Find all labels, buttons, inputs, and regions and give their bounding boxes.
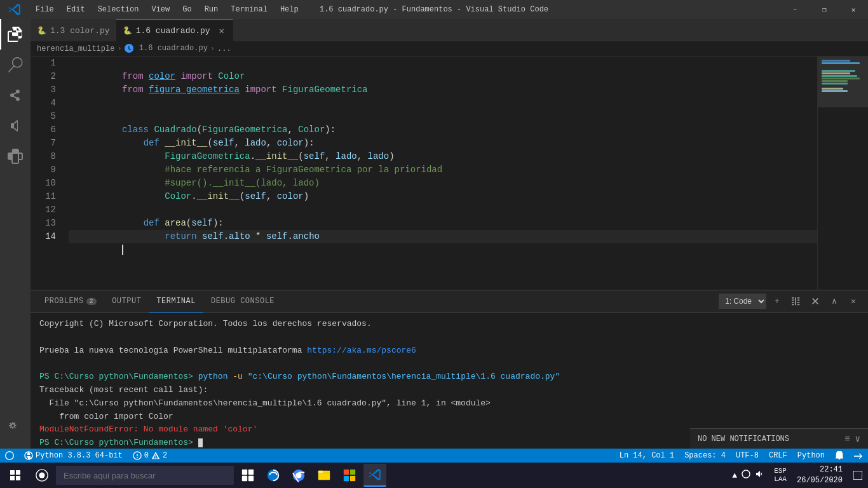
menu-terminal[interactable]: Terminal — [224, 0, 274, 19]
menu-go[interactable]: Go — [176, 0, 198, 19]
panel-close-button[interactable]: ✕ — [845, 293, 862, 309]
editor-area: 🐍 1.3 color.py 🐍 1.6 cuadrado.py ✕ heren… — [31, 19, 868, 449]
panel-tab-output[interactable]: OUTPUT — [104, 290, 149, 313]
network-icon[interactable] — [741, 469, 751, 482]
svg-rect-12 — [242, 470, 247, 475]
breadcrumb-sep-2: › — [210, 44, 215, 53]
menu-file[interactable]: File — [29, 0, 60, 19]
svg-rect-15 — [248, 476, 254, 481]
svg-point-3 — [137, 457, 138, 458]
menu-help[interactable]: Help — [274, 0, 305, 19]
code-line-5: class Cuadrado(FiguraGeometrica, Color): — [69, 110, 817, 123]
taskbar-search[interactable] — [56, 466, 234, 485]
line-num-13: 13 — [37, 217, 56, 230]
add-terminal-button[interactable]: + — [769, 293, 785, 309]
panel-controls: 1: Code + ∧ ✕ — [719, 293, 862, 309]
tabs-bar: 🐍 1.3 color.py 🐍 1.6 cuadrado.py ✕ — [31, 19, 868, 41]
activity-source-control[interactable] — [0, 80, 31, 111]
window-title: 1.6 cuadrado.py - Fundamentos - Visual S… — [320, 5, 548, 14]
activity-run-debug[interactable] — [0, 111, 31, 141]
breadcrumb-folder[interactable]: herencia_multiple — [37, 44, 114, 53]
language: Python — [797, 451, 825, 460]
notifications-taskbar-icon[interactable] — [850, 463, 865, 488]
line-ending-status[interactable]: CRLF — [764, 449, 792, 463]
panel-up-button[interactable]: ∧ — [826, 293, 843, 309]
svg-point-18 — [295, 472, 301, 478]
notification-text: NO NEW NOTIFICATIONS — [698, 435, 789, 444]
restore-button[interactable]: ❒ — [810, 0, 839, 19]
line-numbers: 1 2 3 4 5 6 7 8 9 10 11 12 13 14 — [31, 57, 62, 290]
menu-view[interactable]: View — [145, 0, 176, 19]
remote-button[interactable] — [849, 449, 868, 463]
title-bar-left: File Edit Selection View Go Run Terminal… — [0, 0, 305, 19]
split-terminal-button[interactable] — [788, 293, 804, 309]
menu-run[interactable]: Run — [198, 0, 225, 19]
kill-terminal-button[interactable] — [807, 293, 824, 309]
language-status[interactable]: Python — [792, 449, 830, 463]
status-right: Ln 14, Col 1 Spaces: 4 UTF-8 CRLF Python — [614, 449, 868, 463]
spaces-status[interactable]: Spaces: 4 — [679, 449, 731, 463]
chrome-icon[interactable] — [287, 464, 310, 487]
vscode-taskbar-icon[interactable] — [363, 464, 386, 487]
code-line-1: from color import Color — [69, 57, 817, 70]
python-version: Python 3.8.3 64-bit — [36, 451, 123, 460]
panel-tab-terminal[interactable]: TERMINAL — [149, 290, 203, 313]
svg-rect-8 — [10, 476, 15, 480]
menu-edit[interactable]: Edit — [60, 0, 92, 19]
tab-cuadrado-label: 1.6 cuadrado.py — [136, 26, 210, 36]
code-content[interactable]: from color import Color from figura_geom… — [62, 57, 817, 290]
panel-tab-problems[interactable]: PROBLEMS2 — [37, 290, 104, 313]
notifications-button[interactable] — [830, 449, 849, 463]
problems-badge: 2 — [86, 298, 97, 305]
panel-tab-debug-console[interactable]: DEBUG CONSOLE — [203, 290, 282, 313]
close-button[interactable]: ✕ — [839, 0, 868, 19]
remote-icon[interactable] — [0, 449, 19, 463]
tray-chevron[interactable]: ▲ — [732, 471, 737, 480]
windows-store-icon[interactable] — [338, 464, 361, 487]
cortana-icon[interactable] — [31, 464, 53, 487]
encoding: UTF-8 — [736, 451, 759, 460]
minimap — [817, 57, 868, 290]
activity-search[interactable] — [0, 50, 31, 80]
svg-rect-22 — [350, 470, 355, 475]
language-indicator[interactable]: ESPLAA — [774, 467, 787, 484]
notification-controls: ≡ ∨ — [844, 433, 860, 444]
activity-settings[interactable] — [0, 413, 31, 444]
tab-color-py[interactable]: 🐍 1.3 color.py — [31, 19, 116, 41]
vscode-icon[interactable] — [0, 0, 29, 19]
edge-icon[interactable] — [262, 464, 285, 487]
taskview-icon[interactable] — [236, 464, 259, 487]
taskbar-clock[interactable]: 22:41 26/05/2020 — [792, 464, 848, 486]
encoding-status[interactable]: UTF-8 — [731, 449, 764, 463]
minimize-button[interactable]: – — [780, 0, 810, 19]
tab-close-button[interactable]: ✕ — [217, 25, 227, 36]
terminal-selector[interactable]: 1: Code — [719, 294, 766, 309]
code-line-4 — [69, 97, 817, 110]
cursor-position[interactable]: Ln 14, Col 1 — [614, 449, 679, 463]
window-controls: – ❒ ✕ — [780, 0, 868, 19]
python-status[interactable]: Python 3.8.3 64-bit — [19, 449, 128, 463]
warning-count: 2 — [163, 451, 167, 460]
notif-chevron-icon: ∨ — [855, 433, 860, 444]
panel-tabs: PROBLEMS2 OUTPUT TERMINAL DEBUG CONSOLE … — [31, 290, 868, 313]
taskbar-right: ▲ ESPLAA 22:41 26/05/2020 — [728, 463, 865, 488]
code-line-12: def area(self): — [69, 203, 817, 217]
activity-extensions[interactable] — [0, 141, 31, 172]
line-num-6: 6 — [37, 123, 56, 137]
title-bar: File Edit Selection View Go Run Terminal… — [0, 0, 868, 19]
errors-status[interactable]: 0 2 — [128, 449, 172, 463]
explorer-icon[interactable] — [313, 464, 336, 487]
line-num-2: 2 — [37, 70, 56, 83]
breadcrumb-file[interactable]: 1.6 cuadrado.py — [125, 44, 208, 53]
tab-cuadrado-py[interactable]: 🐍 1.6 cuadrado.py ✕ — [116, 19, 233, 41]
activity-explorer[interactable] — [0, 19, 31, 50]
svg-rect-13 — [248, 470, 254, 475]
menu-selection[interactable]: Selection — [92, 0, 146, 19]
breadcrumb-more[interactable]: ... — [217, 44, 231, 53]
start-button[interactable] — [3, 463, 28, 488]
error-count: 0 — [144, 451, 149, 460]
line-ending: CRLF — [769, 451, 787, 460]
volume-icon[interactable] — [755, 469, 765, 482]
menu-bar: File Edit Selection View Go Run Terminal… — [29, 0, 305, 19]
terminal-line-3: Prueba la nueva tecnología PowerShell mu… — [39, 344, 859, 358]
